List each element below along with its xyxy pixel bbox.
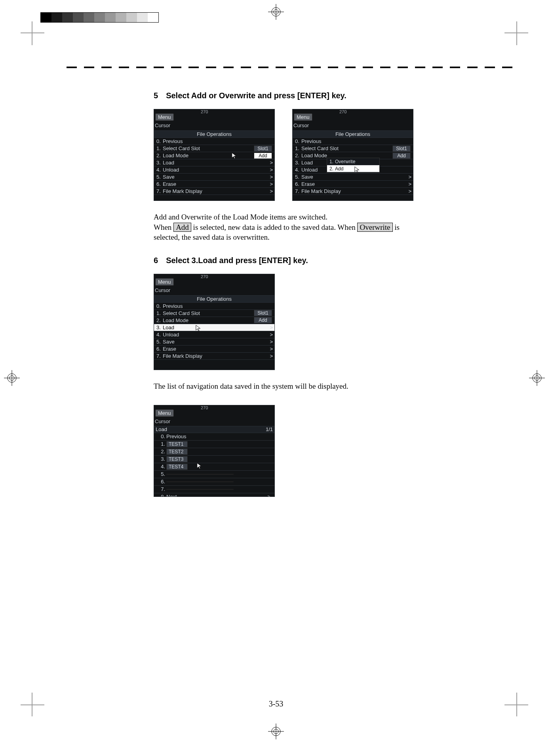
load-item-2[interactable]: 2.TEST2 — [154, 448, 274, 456]
chevron-right-icon: > — [270, 339, 273, 345]
cursor-pointer-icon — [196, 462, 204, 470]
chevron-right-icon: > — [270, 167, 273, 173]
screen-title: Load — [156, 426, 167, 432]
menu-item-save[interactable]: 5.Save> — [154, 174, 274, 181]
compass-heading: 270 — [201, 109, 208, 114]
add-button-reference: Add — [173, 223, 191, 232]
cursor-pointer-icon — [231, 152, 238, 159]
screenshot-load-list: 270 Menu Cursor Load 1/1 0.Previous 1.TE… — [154, 405, 275, 497]
load-item-4[interactable]: 4.TEST4 — [154, 463, 274, 471]
slot-value: Slot1 — [392, 145, 411, 152]
menu-item-unload[interactable]: 4.Unload> — [154, 331, 274, 338]
menu-title: File Operations — [293, 130, 413, 138]
step-title: Select Add or Overwrite and press [ENTER… — [166, 91, 346, 100]
step-6-heading: 6 Select 3.Load and press [ENTER] key. — [154, 256, 455, 265]
load-item-7[interactable]: 7. — [154, 486, 274, 493]
crop-mark-icon — [504, 13, 536, 45]
menu-button[interactable]: Menu — [155, 113, 174, 121]
menu-item-previous[interactable]: 0.Previous — [154, 303, 274, 310]
chevron-right-icon: > — [270, 332, 273, 338]
chevron-right-icon: > — [270, 174, 273, 180]
menu-title: File Operations — [154, 295, 274, 303]
load-mode-value: Add — [254, 317, 272, 323]
chevron-right-icon: > — [408, 188, 411, 194]
menu-title: File Operations — [154, 130, 274, 138]
page-indicator: 1/1 — [266, 426, 273, 432]
load-item-previous[interactable]: 0.Previous — [154, 433, 274, 441]
step-title: Select 3.Load and press [ENTER] key. — [166, 256, 308, 265]
registration-mark-icon — [4, 370, 20, 386]
popup-option-add[interactable]: 2.Add — [327, 165, 379, 172]
chevron-right-icon: > — [270, 325, 273, 330]
menu-item-file-mark-display[interactable]: 7.File Mark Display> — [293, 188, 413, 195]
menu-item-load-mode[interactable]: 2.Load ModeAdd — [154, 317, 274, 324]
step-6-explanation: The list of navigation data saved in the… — [154, 381, 455, 391]
menu-button[interactable]: Menu — [155, 278, 174, 286]
menu-button[interactable]: Menu — [155, 409, 174, 417]
menu-item-file-mark-display[interactable]: 7.File Mark Display> — [154, 188, 274, 195]
load-item-next[interactable]: 8.Next> — [154, 493, 274, 497]
load-item-6[interactable]: 6. — [154, 478, 274, 486]
menu-item-previous[interactable]: 0.Previous — [293, 138, 413, 145]
screenshot-file-operations-popup: 270 Menu Cursor File Operations 0.Previo… — [292, 109, 413, 201]
chevron-right-icon: > — [408, 181, 411, 187]
registration-mark-icon — [268, 4, 284, 20]
popup-option-overwrite[interactable]: 1.Overwrite — [327, 158, 379, 165]
grayscale-calibration-bar — [40, 12, 159, 23]
slot-value: Slot1 — [254, 310, 272, 316]
overwrite-button-reference: Overwrite — [357, 223, 392, 232]
slot-value: Slot1 — [254, 145, 272, 152]
cursor-label: Cursor — [155, 287, 170, 293]
menu-item-previous[interactable]: 0.Previous — [154, 138, 274, 145]
menu-item-save[interactable]: 5.Save> — [293, 174, 413, 181]
section-divider-rule — [67, 67, 518, 68]
menu-item-erase[interactable]: 6.Erase> — [293, 181, 413, 188]
crop-mark-icon — [13, 693, 44, 724]
registration-mark-icon — [529, 370, 545, 386]
menu-item-select-card-slot[interactable]: 1.Select Card SlotSlot1 — [154, 145, 274, 152]
compass-heading: 270 — [201, 274, 208, 279]
load-item-3[interactable]: 3.TEST3 — [154, 456, 274, 463]
menu-item-load[interactable]: 3.Load> — [154, 324, 274, 331]
compass-heading: 270 — [339, 109, 346, 114]
menu-item-select-card-slot[interactable]: 1.Select Card SlotSlot1 — [293, 145, 413, 152]
load-item-5[interactable]: 5. — [154, 471, 274, 478]
step-number: 6 — [154, 256, 158, 265]
menu-item-load-mode[interactable]: 2.Load ModeAdd — [154, 152, 274, 159]
menu-item-select-card-slot[interactable]: 1.Select Card SlotSlot1 — [154, 310, 274, 317]
menu-item-unload[interactable]: 4.Unload> — [154, 166, 274, 174]
load-item-1[interactable]: 1.TEST1 — [154, 441, 274, 448]
load-mode-value: Add — [254, 153, 272, 159]
menu-item-load[interactable]: 3.Load> — [154, 159, 274, 166]
step-number: 5 — [154, 91, 158, 100]
screenshot-file-operations-load: 270 Menu Cursor File Operations 0.Previo… — [154, 274, 275, 370]
chevron-right-icon: > — [267, 494, 270, 497]
crop-mark-icon — [504, 693, 536, 724]
cursor-label: Cursor — [155, 122, 170, 128]
compass-heading: 270 — [201, 405, 208, 410]
chevron-right-icon: > — [270, 346, 273, 352]
menu-item-erase[interactable]: 6.Erase> — [154, 181, 274, 188]
menu-item-erase[interactable]: 6.Erase> — [154, 346, 274, 353]
page-number: 3-53 — [269, 699, 284, 708]
menu-button[interactable]: Menu — [294, 113, 312, 121]
menu-item-file-mark-display[interactable]: 7.File Mark Display> — [154, 353, 274, 360]
cursor-pointer-icon — [354, 166, 361, 173]
chevron-right-icon: > — [270, 188, 273, 194]
screenshot-file-operations-add: 270 Menu Cursor File Operations 0.Previo… — [154, 109, 275, 201]
step-5-explanation: Add and Overwrite of the Load Mode items… — [154, 212, 455, 242]
cursor-pointer-icon — [195, 325, 202, 332]
load-mode-value: Add — [392, 153, 411, 159]
menu-item-save[interactable]: 5.Save> — [154, 338, 274, 346]
cursor-label: Cursor — [293, 122, 309, 128]
load-mode-popup: 1.Overwrite 2.Add — [327, 158, 380, 173]
step-5-heading: 5 Select Add or Overwrite and press [ENT… — [154, 91, 455, 100]
registration-mark-icon — [268, 724, 284, 739]
chevron-right-icon: > — [270, 181, 273, 187]
crop-mark-icon — [13, 13, 44, 45]
cursor-label: Cursor — [155, 418, 170, 424]
chevron-right-icon: > — [270, 353, 273, 359]
chevron-right-icon: > — [270, 160, 273, 166]
chevron-right-icon: > — [408, 174, 411, 180]
